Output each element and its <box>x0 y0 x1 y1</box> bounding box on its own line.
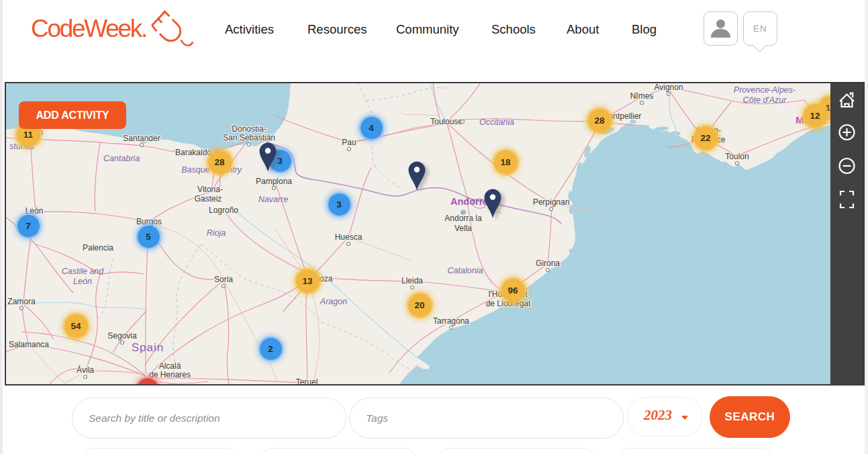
svg-text:Pamplona: Pamplona <box>256 177 292 186</box>
svg-text:Burgos: Burgos <box>136 217 162 226</box>
svg-text:León: León <box>73 277 92 286</box>
svg-text:Teruel: Teruel <box>296 377 318 384</box>
svg-text:Rioja: Rioja <box>207 228 226 238</box>
svg-text:Soria: Soria <box>214 275 233 284</box>
svg-text:Navarre: Navarre <box>258 195 289 204</box>
svg-text:Perpignan: Perpignan <box>533 197 570 207</box>
svg-text:Ávila: Ávila <box>77 365 94 375</box>
svg-text:Santander: Santander <box>123 134 160 143</box>
svg-text:Toulouse: Toulouse <box>430 117 463 126</box>
svg-text:Barakaldo: Barakaldo <box>175 148 211 157</box>
svg-text:Aragon: Aragon <box>320 297 347 306</box>
svg-text:Côte d'Azur: Côte d'Azur <box>743 95 787 105</box>
svg-text:Zamora: Zamora <box>7 297 36 306</box>
svg-text:Nîmes: Nîmes <box>630 91 654 101</box>
svg-text:Alcalá: Alcalá <box>159 361 181 371</box>
svg-text:Logroño: Logroño <box>209 206 238 215</box>
svg-text:Avignon: Avignon <box>654 83 683 92</box>
svg-text:Andorra la: Andorra la <box>444 214 482 223</box>
svg-text:Cantabria: Cantabria <box>103 154 140 163</box>
svg-text:Catalonia: Catalonia <box>448 266 483 275</box>
svg-text:Gasteiz: Gasteiz <box>195 194 222 203</box>
svg-text:Pau: Pau <box>342 138 356 147</box>
svg-text:Segovia: Segovia <box>107 331 137 340</box>
svg-text:Tarragona: Tarragona <box>433 316 469 326</box>
svg-text:Toulon: Toulon <box>725 152 749 161</box>
svg-text:Occitania: Occitania <box>479 118 514 127</box>
svg-text:Spain: Spain <box>132 341 164 354</box>
svg-text:Vella: Vella <box>454 224 472 233</box>
svg-text:Vitoria-: Vitoria- <box>197 185 223 194</box>
svg-text:Palencia: Palencia <box>83 243 113 253</box>
svg-text:Andorra: Andorra <box>450 196 489 207</box>
svg-text:Huesca: Huesca <box>335 232 363 242</box>
svg-text:Castile and: Castile and <box>62 267 105 276</box>
svg-text:de Henares: de Henares <box>149 370 191 379</box>
svg-text:Lleida: Lleida <box>401 276 423 285</box>
svg-text:Provence-Alpes-: Provence-Alpes- <box>734 85 795 95</box>
svg-text:Girona: Girona <box>536 259 560 268</box>
svg-text:Donostia-: Donostia- <box>232 124 266 134</box>
svg-text:San Sebastián: San Sebastián <box>223 133 275 142</box>
svg-text:Salamanca: Salamanca <box>9 340 49 349</box>
svg-text:León: León <box>26 206 44 216</box>
